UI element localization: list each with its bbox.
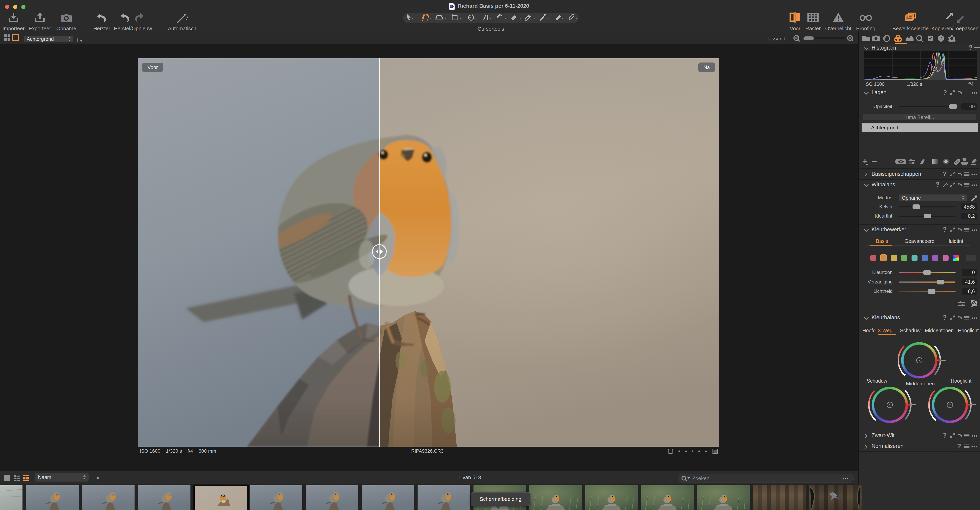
- svg-text:i: i: [940, 36, 942, 41]
